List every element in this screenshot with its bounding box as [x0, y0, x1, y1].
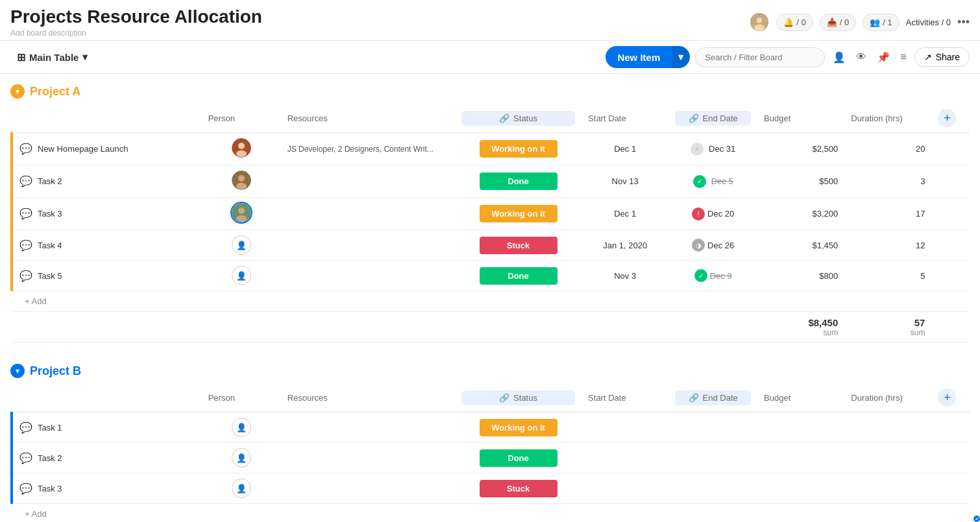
toolbar-left: ⊞ Main Table ▾ [10, 47, 94, 67]
add-row-b[interactable]: + Add [12, 504, 970, 523]
person-cell[interactable] [202, 133, 281, 165]
person-avatar-empty[interactable]: 👤 [232, 448, 251, 468]
status-badge[interactable]: Done [480, 172, 557, 190]
person-cell[interactable] [202, 198, 281, 230]
person-cell[interactable] [202, 165, 281, 198]
status-cell[interactable]: Working on it [455, 198, 582, 230]
comment-icon[interactable]: 💬 [19, 175, 32, 187]
budget-cell: $2,500 [757, 133, 844, 165]
person-cell[interactable]: 👤 [202, 230, 281, 261]
startdate-cell: Nov 13 [582, 165, 668, 198]
date-status-icon: ! [692, 208, 705, 220]
th-duration-a: Duration (hrs) [844, 104, 931, 133]
add-column-btn-a[interactable]: + [938, 109, 956, 127]
status-cell[interactable]: Working on it [455, 412, 582, 443]
task-name: Task 2 [38, 453, 62, 463]
project-a-collapse-btn[interactable]: ▾ [10, 84, 25, 99]
date-status-icon: ✓ [694, 269, 707, 282]
page-subtitle: Add board description [10, 29, 262, 38]
status-badge[interactable]: Working on it [480, 419, 557, 436]
new-item-button[interactable]: New Item ▾ [606, 46, 690, 68]
comment-icon[interactable]: 💬 [19, 239, 32, 252]
th-task [12, 104, 202, 133]
comment-icon[interactable]: 💬 [19, 270, 32, 282]
th-task-b [12, 383, 202, 412]
person-avatar-empty[interactable]: 👤 [232, 235, 251, 255]
status-badge[interactable]: Stuck [480, 480, 557, 497]
project-b-header: ▾ Project B [10, 364, 970, 378]
activities-btn[interactable]: Activities / 0 [906, 18, 951, 27]
add-item-cell[interactable]: + Add [12, 291, 970, 312]
person-avatar-empty[interactable]: 👤 [232, 266, 251, 285]
th-enddate-b: 🔗 End Date [668, 383, 757, 412]
inbox-count: / 0 [840, 18, 849, 27]
comment-icon[interactable]: 💬 [19, 421, 32, 434]
person-cell[interactable]: 👤 [202, 412, 281, 443]
person-avatar-empty[interactable]: 👤 [232, 418, 251, 437]
toolbar: ⊞ Main Table ▾ New Item ▾ 👤 👁 📌 ≡ ↗ Shar… [0, 41, 980, 74]
task-cell: 💬 Task 2 [12, 165, 202, 198]
person-avatar-3[interactable] [232, 203, 251, 222]
date-status-icon: ✓ [693, 175, 706, 188]
members-btn[interactable]: 👥 / 1 [863, 14, 899, 31]
enddate-cell [668, 443, 757, 473]
project-b-collapse-btn[interactable]: ▾ [10, 364, 25, 378]
inbox-icon: 📥 [827, 18, 837, 27]
person-avatar-empty[interactable]: 👤 [232, 479, 251, 498]
bell-icon: 🔔 [783, 18, 794, 27]
budget-cell: $3,200 [757, 198, 844, 230]
person-cell[interactable]: 👤 [202, 473, 281, 504]
status-badge[interactable]: Working on it [480, 140, 557, 158]
person-avatar-2[interactable] [232, 171, 251, 190]
share-button[interactable]: ↗ Share [914, 47, 970, 67]
add-row-a[interactable]: + Add [12, 291, 970, 312]
svg-point-4 [238, 143, 245, 149]
new-item-chevron-icon[interactable]: ▾ [672, 46, 690, 68]
duration-cell [844, 412, 931, 443]
comment-icon[interactable]: 💬 [19, 208, 32, 220]
status-badge[interactable]: Done [480, 449, 557, 467]
status-badge[interactable]: Working on it [480, 205, 557, 222]
th-budget-b: Budget [757, 383, 844, 412]
svg-point-10 [238, 208, 245, 214]
user-avatar[interactable]: ✓ [749, 12, 770, 32]
budget-cell: $800 [757, 261, 844, 291]
duration-cell [844, 473, 931, 504]
status-cell[interactable]: Stuck [455, 230, 582, 261]
add-item-cell-b[interactable]: + Add [12, 504, 970, 523]
more-options-btn[interactable]: ••• [957, 16, 970, 29]
status-cell[interactable]: Done [455, 443, 582, 473]
comment-icon[interactable]: 💬 [19, 143, 32, 155]
inbox-btn[interactable]: 📥 / 0 [820, 14, 856, 31]
task-cell: 💬 Task 3 [12, 473, 202, 504]
eye-btn[interactable]: 👁 [853, 49, 869, 65]
person-filter-btn[interactable]: 👤 [830, 49, 848, 66]
status-cell[interactable]: Done [455, 261, 582, 291]
main-table-btn[interactable]: ⊞ Main Table ▾ [10, 47, 94, 67]
status-badge[interactable]: Stuck [480, 237, 557, 254]
page-title-area: Projects Resource Allocation Add board d… [10, 6, 262, 38]
duration-cell: 17 [844, 198, 931, 230]
notifications-btn[interactable]: 🔔 / 0 [776, 14, 813, 31]
table-row: 💬 Task 3 [12, 198, 970, 230]
pin-btn[interactable]: 📌 [874, 49, 892, 66]
person-cell[interactable]: 👤 [202, 443, 281, 473]
status-cell[interactable]: Stuck [455, 473, 582, 504]
project-b-name: Project B [30, 364, 81, 378]
startdate-cell: Dec 1 [582, 198, 668, 230]
status-cell[interactable]: Done [455, 165, 582, 198]
person-avatar-1[interactable] [232, 138, 251, 158]
comment-icon[interactable]: 💬 [19, 452, 32, 464]
status-badge[interactable]: Done [480, 267, 557, 285]
add-column-btn-b[interactable]: + [938, 388, 956, 407]
search-input[interactable] [695, 47, 825, 67]
status-cell[interactable]: Working on it [455, 133, 582, 165]
chevron-down-icon: ▾ [82, 51, 88, 63]
project-b-table: Person Resources 🔗 Status Start Date 🔗 E… [10, 383, 970, 522]
th-resources-b: Resources [281, 383, 455, 412]
person-cell[interactable]: 👤 [202, 261, 281, 291]
project-a-group: ▾ Project A Person Resources 🔗 Status St… [10, 84, 970, 343]
comment-icon[interactable]: 💬 [19, 482, 32, 495]
filter-btn[interactable]: ≡ [898, 49, 909, 65]
th-startdate-a: Start Date [582, 104, 668, 133]
